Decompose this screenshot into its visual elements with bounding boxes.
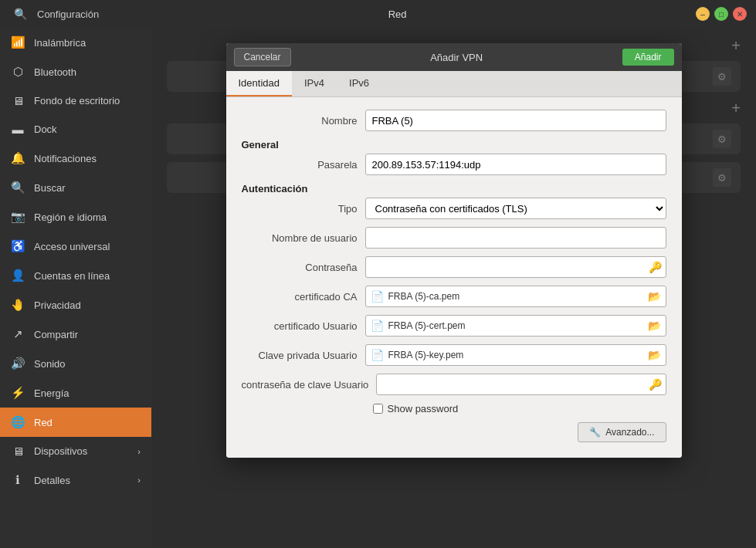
sidebar-item-notificaciones[interactable]: 🔔 Notificaciones [0, 144, 151, 173]
contrasena-row: Contraseña 🔑 [242, 256, 666, 278]
nombre-row: Nombre [242, 110, 666, 131]
titlebar: 🔍 Configuración Red – □ ✕ [0, 0, 756, 28]
sidebar-item-label: Fondo de escritorio [34, 95, 120, 107]
sidebar-item-label: Bluetooth [34, 66, 76, 78]
sidebar-item-dispositivos[interactable]: 🖥 Dispositivos › [0, 437, 151, 465]
pasarela-input[interactable] [365, 154, 666, 175]
sound-icon: 🔊 [11, 357, 25, 370]
sidebar-item-label: Dispositivos [34, 445, 87, 457]
region-icon: 📷 [11, 210, 25, 224]
sidebar-item-label: Compartir [34, 329, 78, 340]
modal-body: Nombre General Pasarela Autenticació [226, 97, 682, 458]
sidebar-item-region[interactable]: 📷 Región e idioma [0, 202, 151, 232]
clave-privada-value: FRBA (5)-key.pem [388, 350, 464, 360]
contrasena-input[interactable] [365, 256, 666, 278]
sidebar-item-privacidad[interactable]: 🤚 Privacidad [0, 290, 151, 320]
network-icon: 🌐 [11, 415, 25, 429]
sidebar-item-label: Región e idioma [34, 211, 107, 223]
modal-tabs: Identidad IPv4 IPv6 [226, 71, 682, 97]
pasarela-row: Pasarela [242, 154, 666, 175]
password-toggle-icon[interactable]: 🔑 [649, 261, 662, 273]
sidebar-item-label: Privacidad [34, 299, 81, 311]
show-password-row: Show password [373, 403, 666, 414]
password-clave-toggle-icon[interactable]: 🔑 [649, 378, 662, 391]
show-password-checkbox[interactable] [373, 404, 383, 414]
contrasena-clave-row: contraseña de clave Usuario 🔑 [242, 374, 666, 395]
close-button[interactable]: ✕ [733, 7, 747, 21]
advanced-row: 🔧 Avanzado... [242, 422, 666, 442]
cert-usuario-value: FRBA (5)-cert.pem [388, 320, 466, 331]
add-button[interactable]: Añadir [622, 49, 674, 66]
sidebar-item-compartir[interactable]: ↗ Compartir [0, 320, 151, 349]
main-area: 📶 Inalámbrica ⬡ Bluetooth 🖥 Fondo de esc… [0, 28, 756, 548]
advanced-label: Avanzado... [605, 427, 654, 438]
clave-privada-field[interactable]: 📄 FRBA (5)-key.pem 📂 [365, 344, 666, 366]
add-vpn-modal: Cancelar Añadir VPN Añadir Identidad IPv… [226, 43, 682, 458]
tab-ipv6[interactable]: IPv6 [337, 71, 381, 96]
sidebar-item-detalles[interactable]: ℹ Detalles › [0, 465, 151, 495]
browse-icon[interactable]: 📂 [648, 290, 661, 303]
sidebar-item-red[interactable]: 🌐 Red [0, 408, 151, 437]
nombre-input[interactable] [365, 110, 666, 131]
modal-title: Añadir VPN [297, 52, 616, 63]
cert-usuario-row: certificado Usuario 📄 FRBA (5)-cert.pem … [242, 315, 666, 337]
app-name: Configuración [37, 8, 99, 20]
cert-ca-label: certificado CA [242, 291, 365, 303]
desktop-icon: 🖥 [11, 94, 25, 107]
dock-icon: ▬ [11, 123, 25, 136]
details-icon: ℹ [11, 473, 25, 487]
sidebar-item-label: Buscar [34, 182, 65, 194]
sidebar-item-bluetooth[interactable]: ⬡ Bluetooth [0, 57, 151, 86]
sidebar-item-sonido[interactable]: 🔊 Sonido [0, 349, 151, 378]
accounts-icon: 👤 [11, 269, 25, 282]
general-label: General [242, 139, 279, 151]
sidebar: 📶 Inalámbrica ⬡ Bluetooth 🖥 Fondo de esc… [0, 28, 151, 548]
tipo-row: Tipo Contraseña con certificados (TLS) S… [242, 198, 666, 219]
cert-usuario-label: certificado Usuario [242, 320, 365, 332]
modal-overlay: Cancelar Añadir VPN Añadir Identidad IPv… [151, 28, 756, 548]
usuario-row: Nombre de usuario [242, 227, 666, 249]
bluetooth-icon: ⬡ [11, 65, 25, 79]
sidebar-item-fondo[interactable]: 🖥 Fondo de escritorio [0, 86, 151, 115]
tab-ipv4[interactable]: IPv4 [292, 71, 337, 96]
general-section: General [242, 139, 666, 151]
sidebar-item-energia[interactable]: ⚡ Energía [0, 378, 151, 408]
tipo-select[interactable]: Contraseña con certificados (TLS) Solo c… [365, 198, 666, 219]
show-password-label[interactable]: Show password [388, 403, 459, 414]
chevron-right-icon: › [137, 475, 141, 485]
sidebar-item-inalambrica[interactable]: 📶 Inalámbrica [0, 28, 151, 57]
contrasena-clave-input[interactable] [376, 374, 666, 395]
file-icon: 📄 [371, 320, 384, 332]
minimize-button[interactable]: – [696, 7, 710, 21]
notifications-icon: 🔔 [11, 151, 25, 165]
sidebar-item-acceso[interactable]: ♿ Acceso universal [0, 232, 151, 261]
advanced-button[interactable]: 🔧 Avanzado... [578, 422, 666, 442]
accessibility-icon: ♿ [11, 239, 25, 253]
restore-button[interactable]: □ [714, 7, 728, 21]
pasarela-label: Pasarela [242, 159, 365, 171]
contrasena-wrap: 🔑 [365, 256, 666, 278]
chevron-right-icon: › [137, 447, 141, 456]
sidebar-item-label: Red [34, 417, 53, 428]
usuario-input[interactable] [365, 227, 666, 249]
sidebar-item-label: Detalles [34, 475, 70, 486]
file-icon: 📄 [371, 290, 384, 303]
sidebar-item-label: Energía [34, 387, 69, 399]
autenticacion-label: Autenticación [242, 183, 308, 195]
wifi-icon: 📶 [11, 36, 25, 49]
content-area: + ⚙ + ⚙ ⚙ Cancelar [151, 28, 756, 548]
sidebar-item-buscar[interactable]: 🔍 Buscar [0, 173, 151, 202]
sidebar-item-cuentas[interactable]: 👤 Cuentas en línea [0, 261, 151, 290]
clave-privada-row: Clave privada Usuario 📄 FRBA (5)-key.pem… [242, 344, 666, 366]
sidebar-item-dock[interactable]: ▬ Dock [0, 115, 151, 144]
tab-identidad[interactable]: Identidad [226, 71, 293, 96]
search-icon[interactable]: 🔍 [9, 3, 31, 25]
browse-icon[interactable]: 📂 [648, 320, 661, 332]
cert-ca-field[interactable]: 📄 FRBA (5)-ca.pem 📂 [365, 286, 666, 307]
autenticacion-section: Autenticación [242, 183, 666, 195]
cert-usuario-field[interactable]: 📄 FRBA (5)-cert.pem 📂 [365, 315, 666, 337]
clave-privada-label: Clave privada Usuario [242, 350, 365, 361]
window-title: Red [99, 8, 696, 20]
browse-icon[interactable]: 📂 [648, 349, 661, 361]
cancel-button[interactable]: Cancelar [234, 48, 291, 66]
